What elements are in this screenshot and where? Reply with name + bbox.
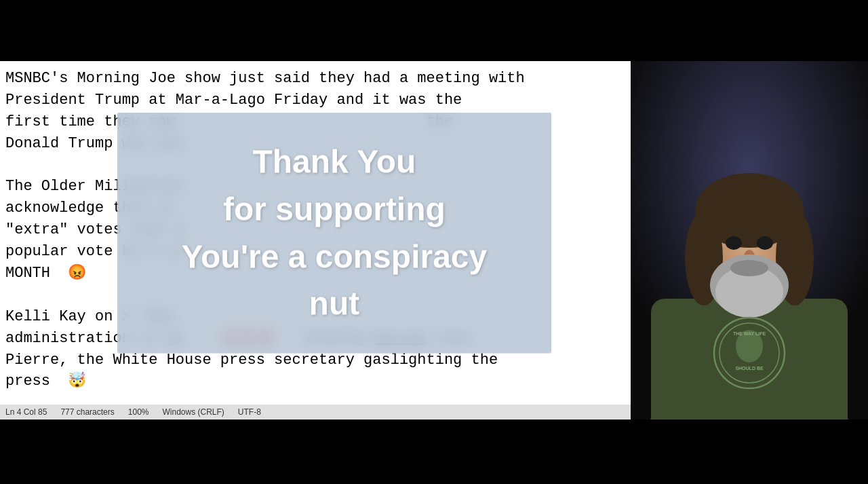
svg-point-9 <box>757 236 773 250</box>
text-editor[interactable]: MSNBC's Morning Joe show just said they … <box>0 61 631 420</box>
karine-link: Karine <box>374 330 427 347</box>
zoom-level: 100% <box>128 407 149 417</box>
status-bar: Ln 4 Col 85 777 characters 100% Windows … <box>0 405 631 420</box>
bottom-black-bar <box>0 420 868 484</box>
svg-text:THE WAY LIFE: THE WAY LIFE <box>733 331 766 336</box>
cursor-position: Ln 4 Col 85 <box>5 407 47 417</box>
webcam-content: THE WAY LIFE SHOULD BE <box>631 61 868 420</box>
char-count: 777 characters <box>60 407 114 417</box>
webcam-area: THE WAY LIFE SHOULD BE <box>631 61 868 420</box>
svg-point-8 <box>726 236 742 250</box>
line-endings: Windows (CRLF) <box>162 407 224 417</box>
encoding: UTF-8 <box>238 407 261 417</box>
main-content: MSNBC's Morning Joe show just said they … <box>0 61 868 420</box>
svg-text:SHOULD BE: SHOULD BE <box>735 366 764 371</box>
svg-point-13 <box>730 260 768 276</box>
person-svg: THE WAY LIFE SHOULD BE <box>631 61 868 420</box>
top-black-bar <box>0 0 868 61</box>
editor-text-content: MSNBC's Morning Joe show just said they … <box>0 61 631 399</box>
